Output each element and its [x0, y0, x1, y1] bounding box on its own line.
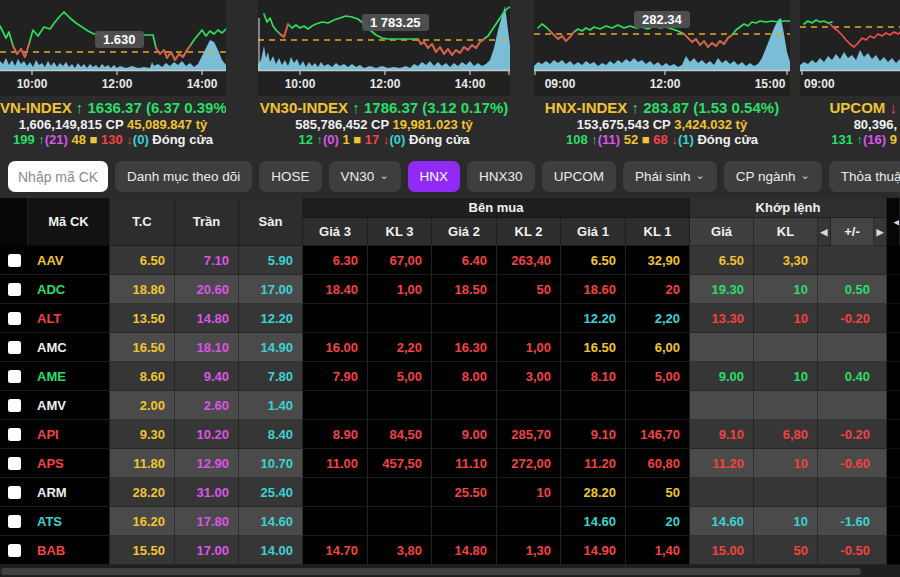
tab-hnx30[interactable]: HNX30	[467, 161, 535, 192]
column-header-buy-vol3[interactable]: KL 3	[368, 218, 432, 246]
cell-AAV-floor_price: 5.90	[239, 246, 303, 275]
column-header-match-price[interactable]: Giá	[690, 218, 754, 246]
tab-cp-ngành[interactable]: CP ngành⌄	[724, 161, 822, 192]
row-checkbox-BAB[interactable]	[8, 544, 21, 557]
hnx-index-panel[interactable]: 09:00 12:00 15:00 282.34 HNX-INDEX ↑ 283…	[534, 0, 790, 155]
cell-AME-next-column-partial	[887, 362, 900, 391]
symbol-AMC[interactable]: AMC	[28, 333, 110, 362]
symbol-API[interactable]: API	[28, 420, 110, 449]
tab-thỏa-thuận[interactable]: Thỏa thuận⌄	[829, 161, 900, 192]
cell-ARM-change	[818, 478, 887, 507]
vn-index-panel[interactable]: 10:00 12:00 14:00 1.630 VN-INDEX ↑ 1636.…	[0, 0, 226, 155]
cell-API-buy_v3: 84,50	[368, 420, 432, 449]
cell-API-floor_price: 8.40	[239, 420, 303, 449]
column-header-change[interactable]: +/-	[831, 218, 874, 246]
symbol-ARM[interactable]: ARM	[28, 478, 110, 507]
text-segment: UPCOM	[830, 99, 890, 116]
scroll-columns-left-button[interactable]: ◀	[818, 218, 831, 246]
symbol-AME[interactable]: AME	[28, 362, 110, 391]
vn30-index-panel[interactable]: 10:00 12:00 14:00 1 783.25 VN30-INDEX ↑ …	[258, 0, 510, 155]
column-header-floor[interactable]: Sàn	[239, 198, 303, 246]
column-header-buy-price2[interactable]: Giá 2	[432, 218, 497, 246]
row-checkbox-ARM[interactable]	[8, 486, 21, 499]
tab-label: Phái sinh	[635, 169, 691, 184]
board-nav: Danh mục theo dõiHOSEVN30⌄HNXHNX30UPCOMP…	[0, 155, 900, 198]
tab-danh-mục-theo-dõi[interactable]: Danh mục theo dõi	[115, 161, 252, 192]
hnx-index-chart: 09:00 12:00 15:00 282.34	[534, 0, 790, 96]
text-segment: ↑ 1636.37 (6.37 0.39%)	[76, 99, 226, 116]
text-segment: 130 ↓	[97, 132, 132, 147]
cell-BAB-buy_v2: 1,30	[497, 536, 561, 565]
scroll-left-icon[interactable]: ◀	[894, 217, 900, 227]
row-checkbox-ATS[interactable]	[8, 515, 21, 528]
scroll-left-icon: ◀	[821, 227, 828, 237]
symbol-ADC[interactable]: ADC	[28, 275, 110, 304]
symbol-BAB[interactable]: BAB	[28, 536, 110, 565]
tab-label: Danh mục theo dõi	[127, 169, 240, 184]
column-header-buy-vol1[interactable]: KL 1	[626, 218, 690, 246]
horizontal-scrollbar[interactable]	[0, 565, 900, 577]
cell-APS-match_vol: 10	[754, 449, 818, 478]
symbol-APS[interactable]: APS	[28, 449, 110, 478]
tab-label: HNX	[420, 169, 449, 184]
cell-ALT-buy_v3	[368, 304, 432, 333]
row-checkbox-APS[interactable]	[8, 457, 21, 470]
cell-ADC-match_vol: 10	[754, 275, 818, 304]
row-checkbox-AAV[interactable]	[8, 254, 21, 267]
column-header-symbol[interactable]: Mã CK	[28, 198, 110, 246]
text-segment: 1 ■	[339, 132, 361, 147]
row-checkbox-AMC[interactable]	[8, 341, 21, 354]
column-header-ceil[interactable]: Trần	[175, 198, 239, 246]
symbol-ATS[interactable]: ATS	[28, 507, 110, 536]
text-segment: 108 ↑	[566, 132, 598, 147]
row-checkbox-ADC[interactable]	[8, 283, 21, 296]
tab-label: HNX30	[479, 169, 523, 184]
cell-API-match_price: 9.10	[690, 420, 754, 449]
column-header-buy-vol2[interactable]: KL 2	[497, 218, 561, 246]
text-segment: Đóng cửa	[405, 132, 469, 147]
column-header-buy-price1[interactable]: Giá 1	[561, 218, 626, 246]
row-checkbox-ALT[interactable]	[8, 312, 21, 325]
vn-index-summary: VN-INDEX ↑ 1636.37 (6.37 0.39%) 1,606,14…	[0, 99, 226, 147]
text-segment: 3,424.032 tỷ	[674, 117, 747, 132]
tab-hose[interactable]: HOSE	[259, 161, 321, 192]
tab-vn30[interactable]: VN30⌄	[329, 161, 401, 192]
symbol-ALT[interactable]: ALT	[28, 304, 110, 333]
reference-value-label: 1 783.25	[362, 14, 429, 31]
matched-group-header: Khớp lệnh	[690, 198, 887, 218]
cell-ADC-buy_v3: 1,00	[368, 275, 432, 304]
column-header-match-vol[interactable]: KL	[754, 218, 818, 246]
axis-tick: 14:00	[187, 77, 218, 91]
tab-label: VN30	[341, 169, 375, 184]
column-header-buy-price3[interactable]: Giá 3	[303, 218, 368, 246]
cell-BAB-buy_v3: 3,80	[368, 536, 432, 565]
cell-BAB-buy_p3: 14.70	[303, 536, 368, 565]
table-row-BAB: BAB15.5017.0014.0014.703,8014.801,3014.9…	[0, 536, 900, 565]
cell-AAV-ceil_price: 7.10	[175, 246, 239, 275]
select-column-header	[0, 198, 28, 246]
scroll-columns-right-button[interactable]: ▶	[874, 218, 887, 246]
symbol-search-input[interactable]	[8, 161, 108, 192]
row-checkbox-API[interactable]	[8, 428, 21, 441]
column-header-ref[interactable]: T.C	[110, 198, 175, 246]
upcom-index-panel[interactable]: 09:00 UPCOM ↓ 80,396, 131 ↑(16) 9	[800, 0, 900, 155]
row-select-cell	[0, 449, 28, 478]
symbol-AMV[interactable]: AMV	[28, 391, 110, 420]
tab-phái-sinh[interactable]: Phái sinh⌄	[623, 161, 717, 192]
tab-hnx[interactable]: HNX	[408, 161, 461, 192]
cell-ADC-buy_p3: 18.40	[303, 275, 368, 304]
tab-upcom[interactable]: UPCOM	[542, 161, 616, 192]
cell-ATS-ceil_price: 17.80	[175, 507, 239, 536]
cell-ADC-match_price: 19.30	[690, 275, 754, 304]
index-line-3: 108 ↑(11) 52 ■ 68 ↓(1) Đóng cửa	[534, 132, 790, 147]
cell-ARM-ceil_price: 31.00	[175, 478, 239, 507]
text-segment: 45,089.847 tỷ	[127, 117, 207, 132]
stock-board-app: 10:00 12:00 14:00 1.630 VN-INDEX ↑ 1636.…	[0, 0, 900, 577]
index-line-2: 585,786,452 CP 19,981.023 tỷ	[258, 117, 510, 132]
table-row-ARM: ARM28.2031.0025.4025.501028.2050	[0, 478, 900, 507]
symbol-AAV[interactable]: AAV	[28, 246, 110, 275]
scrollbar-thumb[interactable]	[1, 568, 861, 575]
row-checkbox-AME[interactable]	[8, 370, 21, 383]
cell-ALT-buy_v1: 2,20	[626, 304, 690, 333]
row-checkbox-AMV[interactable]	[8, 399, 21, 412]
